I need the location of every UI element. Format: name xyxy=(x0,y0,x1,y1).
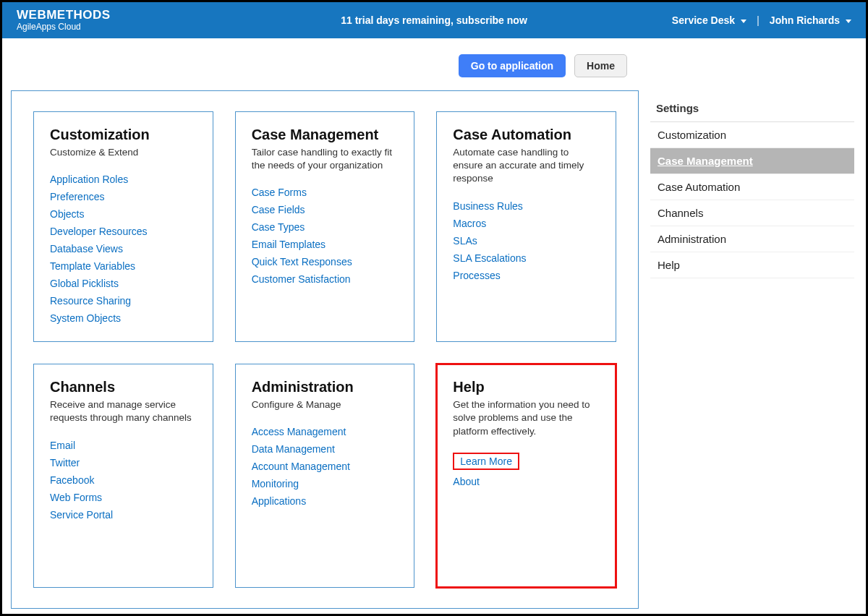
card-title: Customization xyxy=(50,127,197,143)
card-link[interactable]: Developer Resources xyxy=(50,223,197,240)
card-link[interactable]: SLAs xyxy=(453,232,600,249)
card-link[interactable]: Data Management xyxy=(252,440,399,458)
card-desc: Configure & Manage xyxy=(252,398,399,411)
card-link[interactable]: Customer Satisfaction xyxy=(252,270,399,288)
card-link-highlighted[interactable]: Learn More xyxy=(453,450,600,473)
home-button[interactable]: Home xyxy=(574,54,627,77)
sidebar-item-channels[interactable]: Channels xyxy=(650,200,854,226)
card-link[interactable]: Template Variables xyxy=(50,257,197,275)
card-link[interactable]: Applications xyxy=(252,492,399,510)
sidebar-item-customization[interactable]: Customization xyxy=(650,122,854,148)
card-help: Help Get the information you need to sol… xyxy=(436,364,616,588)
card-links: Business Rules Macros SLAs SLA Escalatio… xyxy=(453,197,600,284)
card-desc: Automate case handling to ensure an accu… xyxy=(453,146,600,186)
card-channels: Channels Receive and manage service requ… xyxy=(33,364,213,588)
settings-sidebar: Settings Customization Case Management C… xyxy=(647,90,857,609)
card-link[interactable]: Application Roles xyxy=(50,171,197,188)
main-wrap: Customization Customize & Extend Applica… xyxy=(2,90,866,616)
card-title: Administration xyxy=(252,379,399,395)
card-desc: Get the information you need to solve pr… xyxy=(453,398,600,438)
service-desk-label: Service Desk xyxy=(672,14,735,26)
card-link[interactable]: System Objects xyxy=(50,309,197,327)
card-title: Case Automation xyxy=(453,127,600,143)
card-links: Case Forms Case Fields Case Types Email … xyxy=(252,184,399,288)
chevron-down-icon xyxy=(741,20,746,23)
card-desc: Tailor case handling to exactly fit the … xyxy=(252,146,399,172)
card-link[interactable]: Case Fields xyxy=(252,201,399,218)
card-case-management: Case Management Tailor case handling to … xyxy=(235,111,415,342)
card-title: Help xyxy=(453,379,600,395)
card-link[interactable]: Facebook xyxy=(50,471,197,489)
trial-banner[interactable]: 11 trial days remaining, subscribe now xyxy=(341,14,527,26)
card-link[interactable]: Service Portal xyxy=(50,506,197,523)
card-link[interactable]: Access Management xyxy=(252,423,399,440)
top-bar: WEBMETHODS AgileApps Cloud 11 trial days… xyxy=(2,2,866,38)
card-links: Application Roles Preferences Objects De… xyxy=(50,171,197,327)
card-link[interactable]: Objects xyxy=(50,205,197,223)
brand-title: WEBMETHODS xyxy=(17,9,111,22)
card-link[interactable]: About xyxy=(453,473,600,490)
card-customization: Customization Customize & Extend Applica… xyxy=(33,111,213,342)
top-right-menu: Service Desk | John Richards xyxy=(672,14,851,26)
card-title: Case Management xyxy=(252,127,399,143)
separator: | xyxy=(757,14,760,26)
sidebar-title: Settings xyxy=(650,98,854,122)
service-desk-dropdown[interactable]: Service Desk xyxy=(672,14,746,26)
go-to-application-button[interactable]: Go to application xyxy=(459,54,566,77)
card-link[interactable]: Twitter xyxy=(50,454,197,471)
card-link[interactable]: SLA Escalations xyxy=(453,249,600,267)
card-link[interactable]: Account Management xyxy=(252,458,399,475)
card-desc: Receive and manage service requests thro… xyxy=(50,398,197,424)
card-links: Learn More About xyxy=(453,450,600,490)
card-link[interactable]: Global Picklists xyxy=(50,275,197,292)
sidebar-item-help[interactable]: Help xyxy=(650,252,854,278)
card-link[interactable]: Monitoring xyxy=(252,475,399,492)
card-link[interactable]: Quick Text Responses xyxy=(252,253,399,270)
card-administration: Administration Configure & Manage Access… xyxy=(235,364,415,588)
card-link[interactable]: Case Forms xyxy=(252,184,399,201)
card-link[interactable]: Macros xyxy=(453,215,600,232)
card-link[interactable]: Resource Sharing xyxy=(50,292,197,309)
brand: WEBMETHODS AgileApps Cloud xyxy=(17,9,111,32)
sidebar-item-case-management[interactable]: Case Management xyxy=(650,148,854,174)
sidebar-item-case-automation[interactable]: Case Automation xyxy=(650,174,854,200)
card-title: Channels xyxy=(50,379,197,395)
card-links: Access Management Data Management Accoun… xyxy=(252,423,399,510)
brand-subtitle: AgileApps Cloud xyxy=(17,22,111,32)
chevron-down-icon xyxy=(846,20,851,23)
card-link[interactable]: Business Rules xyxy=(453,197,600,215)
card-desc: Customize & Extend xyxy=(50,146,197,159)
learn-more-link[interactable]: Learn More xyxy=(453,453,519,470)
card-link[interactable]: Preferences xyxy=(50,188,197,205)
card-link[interactable]: Email Templates xyxy=(252,236,399,253)
user-dropdown[interactable]: John Richards xyxy=(770,14,851,26)
card-case-automation: Case Automation Automate case handling t… xyxy=(436,111,616,342)
card-link[interactable]: Database Views xyxy=(50,240,197,257)
card-link[interactable]: Case Types xyxy=(252,218,399,236)
card-link[interactable]: Email xyxy=(50,437,197,454)
card-link[interactable]: Web Forms xyxy=(50,489,197,506)
cards-panel: Customization Customize & Extend Applica… xyxy=(11,90,639,609)
action-row: Go to application Home xyxy=(2,38,866,90)
card-link[interactable]: Processes xyxy=(453,267,600,284)
sidebar-item-administration[interactable]: Administration xyxy=(650,226,854,252)
user-name: John Richards xyxy=(770,14,840,26)
card-links: Email Twitter Facebook Web Forms Service… xyxy=(50,437,197,523)
